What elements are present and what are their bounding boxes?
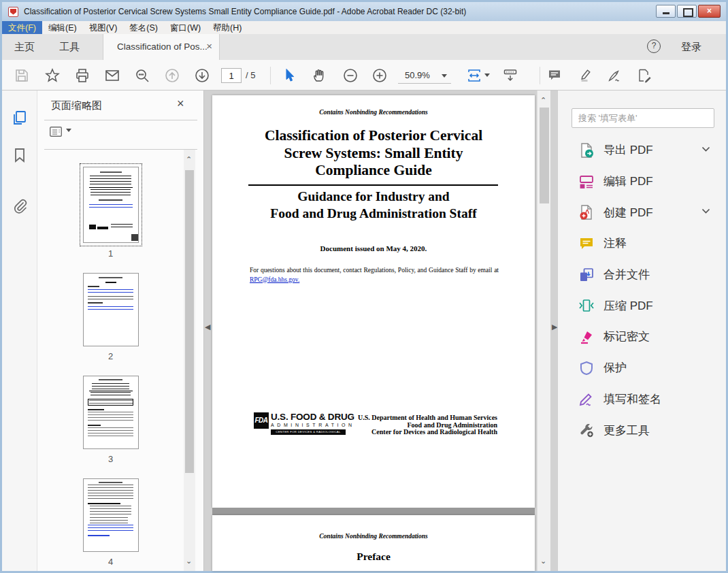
tool-item-protect[interactable]: 保护 bbox=[558, 353, 727, 384]
tool-label: 导出 PDF bbox=[603, 142, 653, 158]
email-icon[interactable] bbox=[104, 67, 120, 84]
tool-item-combine-files[interactable]: 合并文件 bbox=[558, 259, 727, 291]
tab-home[interactable]: 主页 bbox=[14, 41, 35, 54]
comment-icon[interactable] bbox=[546, 67, 563, 84]
select-tool-icon[interactable] bbox=[281, 67, 297, 84]
save-icon bbox=[14, 67, 30, 84]
convert-tools-icon[interactable] bbox=[636, 67, 652, 84]
panel-close-icon[interactable]: × bbox=[177, 97, 184, 111]
tool-item-export-pdf[interactable]: 导出 PDF bbox=[558, 135, 727, 166]
attachments-icon[interactable] bbox=[12, 197, 28, 214]
scrollbar-thumb[interactable] bbox=[185, 170, 194, 473]
pdf-page-2: Contains Nonbinding Recommendations Pref… bbox=[212, 515, 535, 571]
page-number-input[interactable] bbox=[221, 68, 242, 83]
thumbnail-page-number: 4 bbox=[108, 557, 113, 567]
scroll-down-icon[interactable]: ⌄ bbox=[186, 557, 192, 566]
zoom-out-icon[interactable] bbox=[342, 67, 359, 84]
page-thumbnail-2[interactable]: 2 bbox=[80, 270, 142, 361]
thumbnail-page-number: 1 bbox=[108, 248, 113, 259]
tab-document[interactable]: Classification of Pos... × bbox=[103, 34, 220, 60]
more-tools-icon bbox=[578, 422, 595, 438]
scroll-up-icon[interactable]: ⌃ bbox=[540, 96, 546, 105]
menu-item-0[interactable]: 文件(F) bbox=[2, 21, 42, 34]
page-total-label: / 5 bbox=[246, 70, 255, 80]
maximize-button[interactable] bbox=[677, 5, 697, 18]
zoom-level-dropdown[interactable]: 50.9% bbox=[398, 68, 451, 84]
next-page-icon[interactable] bbox=[194, 67, 210, 84]
title-rule bbox=[248, 184, 498, 186]
contact-text: For questions about this document, conta… bbox=[250, 266, 499, 276]
scrollbar-thumb[interactable] bbox=[540, 108, 549, 203]
fill-sign-icon[interactable] bbox=[606, 67, 623, 84]
zoom-in-icon[interactable] bbox=[371, 67, 388, 84]
close-button[interactable]: × bbox=[698, 5, 721, 18]
search-icon[interactable] bbox=[134, 67, 150, 84]
toolbar-separator bbox=[270, 67, 271, 84]
page-thumbnails-icon[interactable] bbox=[12, 110, 28, 126]
contact-paragraph: For questions about this document, conta… bbox=[250, 266, 499, 284]
department-block: U.S. Department of Health and Human Serv… bbox=[358, 414, 497, 436]
tools-search-input[interactable] bbox=[572, 108, 714, 128]
redact-icon bbox=[578, 329, 595, 345]
thumbnail-page-number: 3 bbox=[108, 454, 113, 464]
edit-pdf-icon bbox=[578, 174, 595, 190]
print-icon[interactable] bbox=[74, 67, 90, 84]
bookmarks-icon[interactable] bbox=[12, 147, 28, 163]
thumbnail-page-preview[interactable] bbox=[83, 167, 139, 243]
fit-width-icon[interactable] bbox=[466, 67, 482, 84]
navigation-strip bbox=[2, 91, 37, 571]
thumbnail-page-preview[interactable] bbox=[83, 273, 139, 346]
thumbnail-list: 1 2 3 4 bbox=[37, 150, 184, 571]
fda-logo-square: FDA bbox=[254, 412, 269, 429]
tool-item-more-tools[interactable]: 更多工具 bbox=[558, 414, 727, 446]
tool-label: 合并文件 bbox=[603, 267, 650, 282]
page-thumbnail-3[interactable]: 3 bbox=[80, 373, 142, 464]
tool-item-create-pdf[interactable]: 创建 PDF bbox=[558, 197, 727, 228]
fit-width-chevron-icon[interactable] bbox=[484, 73, 490, 80]
tab-bar: 主页 工具 Classification of Pos... × ? 登录 bbox=[2, 34, 726, 60]
tool-item-edit-pdf[interactable]: 编辑 PDF bbox=[558, 166, 727, 197]
menu-item-4[interactable]: 窗口(W) bbox=[164, 21, 207, 34]
panel-divider bbox=[44, 120, 197, 120]
menu-item-3[interactable]: 签名(S) bbox=[123, 21, 164, 34]
star-icon[interactable] bbox=[44, 67, 61, 84]
scroll-down-icon[interactable]: ⌄ bbox=[540, 557, 546, 566]
help-icon[interactable]: ? bbox=[647, 39, 661, 53]
document-scrollbar[interactable]: ⌃ ⌄ bbox=[537, 91, 550, 571]
chevron-down-icon[interactable] bbox=[701, 208, 710, 214]
menu-item-1[interactable]: 编辑(E) bbox=[42, 21, 83, 34]
document-title: Classification of Posterior Cervical Scr… bbox=[212, 127, 535, 180]
menu-item-5[interactable]: 帮助(H) bbox=[207, 21, 248, 34]
tab-tools[interactable]: 工具 bbox=[59, 41, 80, 54]
page-display-icon[interactable] bbox=[502, 67, 518, 84]
tool-label: 编辑 PDF bbox=[603, 174, 653, 189]
panel-scrollbar[interactable]: ⌃ ⌄ bbox=[184, 150, 195, 571]
page-thumbnail-1[interactable]: 1 bbox=[80, 163, 142, 259]
tool-item-comment[interactable]: 注释 bbox=[558, 228, 727, 259]
tool-item-redact[interactable]: 标记密文 bbox=[558, 321, 727, 353]
minimize-button[interactable] bbox=[656, 5, 676, 18]
page-thumbnail-4[interactable]: 4 bbox=[80, 476, 142, 567]
page-separator bbox=[212, 508, 535, 515]
combine-files-icon bbox=[578, 267, 595, 283]
hand-tool-icon[interactable] bbox=[312, 67, 328, 84]
collapse-left-panel-icon[interactable]: ◀ bbox=[205, 323, 210, 331]
thumbnails-panel: 页面缩略图 × 1 2 3 bbox=[37, 91, 204, 571]
tool-item-compress-pdf[interactable]: 压缩 PDF bbox=[558, 290, 727, 321]
window-title: Classification of Posterior Cervical Scr… bbox=[24, 7, 466, 16]
scroll-up-icon[interactable]: ⌃ bbox=[186, 155, 192, 164]
menu-item-2[interactable]: 视图(V) bbox=[83, 21, 124, 34]
tab-close-icon[interactable]: × bbox=[206, 40, 212, 52]
chevron-down-icon[interactable] bbox=[701, 146, 710, 152]
compress-pdf-icon bbox=[578, 297, 595, 314]
thumbnail-options-button[interactable] bbox=[50, 127, 71, 137]
subtitle-line: Food and Drug Administration Staff bbox=[212, 206, 535, 223]
thumbnail-resize-handle[interactable] bbox=[131, 234, 138, 241]
title-bar: Classification of Posterior Cervical Scr… bbox=[2, 2, 726, 21]
sign-in-button[interactable]: 登录 bbox=[681, 41, 701, 54]
thumbnail-page-preview[interactable] bbox=[83, 478, 139, 552]
contact-email-link[interactable]: RPG@fda.hhs.gov. bbox=[250, 276, 299, 283]
tool-item-fill-sign[interactable]: 填写和签名 bbox=[558, 384, 727, 415]
thumbnail-page-preview[interactable] bbox=[83, 376, 139, 449]
highlight-icon[interactable] bbox=[577, 67, 593, 84]
